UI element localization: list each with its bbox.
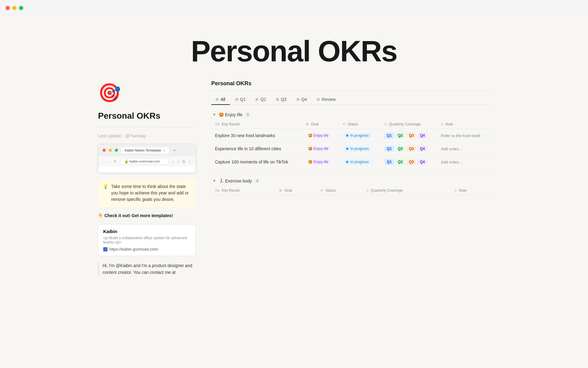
group-arrow-icon: ▼: [213, 179, 216, 183]
lock-icon: 🔒: [124, 159, 129, 163]
refresh-icon[interactable]: ↻: [114, 159, 117, 164]
col-key-result-ex: Aa Key Result: [211, 186, 275, 195]
note-3[interactable]: Add notes...: [437, 155, 490, 169]
goal-3: 🤩 Enjoy life: [302, 155, 339, 169]
bio-content: Hi, I'm @Kaibin and I'm a product design…: [103, 263, 192, 275]
q4-chip: Q4: [417, 146, 427, 152]
tab-q2[interactable]: ⊞ Q2: [251, 94, 270, 105]
browser-minimize[interactable]: [109, 149, 112, 152]
menu-icon[interactable]: ⋮: [188, 159, 191, 164]
quarters-1: Q1 Q2 Q3 Q4: [381, 129, 437, 142]
tip-box: 💡 Take some time to think about the stat…: [98, 179, 196, 207]
tab-q4-label: Q4: [301, 97, 307, 102]
group-exercise-body-label: 🏃 Exercise body: [219, 178, 252, 183]
col-goal-ex: ⊕ Goal: [275, 186, 316, 195]
content-area: 🎯 Personal OKRs Last Update：@Tuesday Kai…: [80, 80, 508, 276]
note-1: Refer to the food landr: [437, 129, 490, 142]
tab-q3[interactable]: ⊞ Q3: [272, 94, 291, 105]
tab-q1[interactable]: ⊞ Q1: [231, 94, 250, 105]
star-icon[interactable]: ☆: [177, 159, 180, 164]
profile-link-text: https://kaibin.gumroad.com/: [109, 247, 158, 251]
profile-name: Kaibin: [103, 229, 191, 234]
tab-q4-icon: ⊞: [296, 97, 300, 102]
group-enjoy-life-header[interactable]: ▼ 🤩 Enjoy life 3: [211, 110, 490, 120]
group-enjoy-life-label: 🤩 Enjoy life: [219, 112, 243, 117]
group-enjoy-life-count: 3: [245, 112, 251, 117]
col-quarterly-coverage: ≡ Quarterly Coverage: [381, 120, 437, 129]
browser-topbar: Kaibin Notion Temeplate ✕ +: [98, 144, 196, 156]
quarters-2: Q1 Q2 Q3 Q4: [381, 142, 437, 155]
group-exercise-body: ▼ 🏃 Exercise body 4 Aa Key Result ⊕ Goal…: [211, 176, 490, 195]
home-icon[interactable]: ⌂: [172, 159, 174, 164]
q2-chip: Q2: [395, 146, 405, 152]
url-text: kaibin.oumroad.com: [130, 159, 160, 163]
key-result-3: Capture 100 moments of life on TikTok: [211, 155, 302, 169]
tab-review[interactable]: ⊟ Review: [312, 94, 340, 105]
browser-tab-label: Kaibin Notion Temeplate: [125, 148, 161, 152]
group-exercise-body-header[interactable]: ▼ 🏃 Exercise body 4: [211, 176, 490, 186]
last-update: Last Update：@Tuesday: [98, 133, 196, 139]
col-quarterly-coverage-ex: ≡ Quarterly Coverage: [363, 186, 450, 195]
q2-chip: Q2: [395, 132, 405, 139]
group-arrow-icon: ▼: [213, 113, 216, 117]
browser-maximize[interactable]: [115, 149, 118, 152]
goal-2: 🤩 Enjoy life: [302, 142, 339, 155]
tab-q3-label: Q3: [281, 97, 287, 102]
maximize-button[interactable]: [19, 6, 23, 10]
url-nav-controls: ← → ↻: [103, 159, 117, 164]
key-result-2: Experience life in 10 different cities: [211, 142, 302, 155]
profile-link[interactable]: https://kaibin.gumroad.com/: [103, 247, 191, 251]
bio-text: Hi, I'm @Kaibin and I'm a product design…: [98, 262, 196, 276]
browser-actions: ⌂ ☆ ⧉ ⋮: [172, 159, 191, 164]
status-2: In progress: [339, 142, 381, 155]
q3-chip: Q3: [406, 132, 416, 139]
browser-tab[interactable]: Kaibin Notion Temeplate ✕: [121, 147, 169, 153]
q4-chip: Q4: [417, 132, 427, 139]
tab-q1-icon: ⊞: [235, 97, 238, 102]
sidebar: 🎯 Personal OKRs Last Update：@Tuesday Kai…: [98, 80, 196, 276]
q1-chip: Q1: [384, 159, 394, 165]
browser-urlbar: ← → ↻ 🔒 kaibin.oumroad.com ⌂ ☆ ⧉ ⋮: [98, 156, 196, 167]
page-wrapper: Personal OKRs 🎯 Personal OKRs Last Updat…: [0, 0, 588, 276]
profile-desc: <p>Build a collaborative office system f…: [103, 236, 191, 244]
browser-close[interactable]: [103, 149, 106, 152]
table-row: Capture 100 moments of life on TikTok 🤩 …: [211, 155, 490, 169]
q1-chip: Q1: [384, 132, 394, 139]
back-icon[interactable]: ←: [103, 159, 106, 164]
q2-chip: Q2: [395, 159, 405, 165]
enjoy-life-table: Aa Key Result ⊕ Goal ✳ Status ≡ Quarterl…: [211, 120, 490, 169]
url-field[interactable]: 🔒 kaibin.oumroad.com: [120, 158, 169, 165]
browser-tab-close-icon[interactable]: ✕: [163, 149, 165, 152]
page-icon: 🎯: [98, 80, 123, 105]
goal-1: 🤩 Enjoy life: [302, 129, 339, 142]
exercise-body-table: Aa Key Result ⊕ Goal ✳ Status ≡ Quarterl…: [211, 186, 490, 195]
note-2[interactable]: Add notes...: [437, 142, 490, 155]
last-update-label: Last Update：: [98, 133, 126, 138]
table-row: Experience life in 10 different cities 🤩…: [211, 142, 490, 155]
hero-title: Personal OKRs: [191, 34, 397, 68]
status-3: In progress: [339, 155, 381, 169]
tab-review-icon: ⊟: [317, 97, 320, 102]
browser-new-tab-icon[interactable]: +: [173, 148, 176, 153]
status-1: In progress: [339, 129, 381, 142]
col-key-result: Aa Key Result: [211, 120, 302, 129]
col-note: ≡ Note: [437, 120, 490, 129]
titlebar: [0, 0, 588, 16]
forward-icon[interactable]: →: [108, 159, 112, 164]
col-status: ✳ Status: [339, 120, 381, 129]
tab-review-label: Review: [322, 97, 336, 102]
tab-q1-label: Q1: [240, 97, 246, 102]
close-button[interactable]: [6, 6, 10, 10]
check-link[interactable]: 👇 Check it out! Get more templates!: [98, 213, 196, 218]
tab-q2-icon: ⊞: [255, 97, 258, 102]
tab-all[interactable]: ⊞ All: [211, 94, 230, 105]
tabs-bar: ⊞ All ⊞ Q1 ⊞ Q2 ⊞ Q3 ⊞ Q4: [211, 94, 490, 105]
col-goal: ⊕ Goal: [302, 120, 339, 129]
extension-icon[interactable]: ⧉: [183, 159, 185, 164]
q4-chip: Q4: [417, 159, 427, 165]
tab-q2-label: Q2: [260, 97, 266, 102]
q3-chip: Q3: [406, 146, 416, 152]
q1-chip: Q1: [384, 146, 394, 152]
tab-q4[interactable]: ⊞ Q4: [292, 94, 311, 105]
minimize-button[interactable]: [12, 6, 17, 10]
